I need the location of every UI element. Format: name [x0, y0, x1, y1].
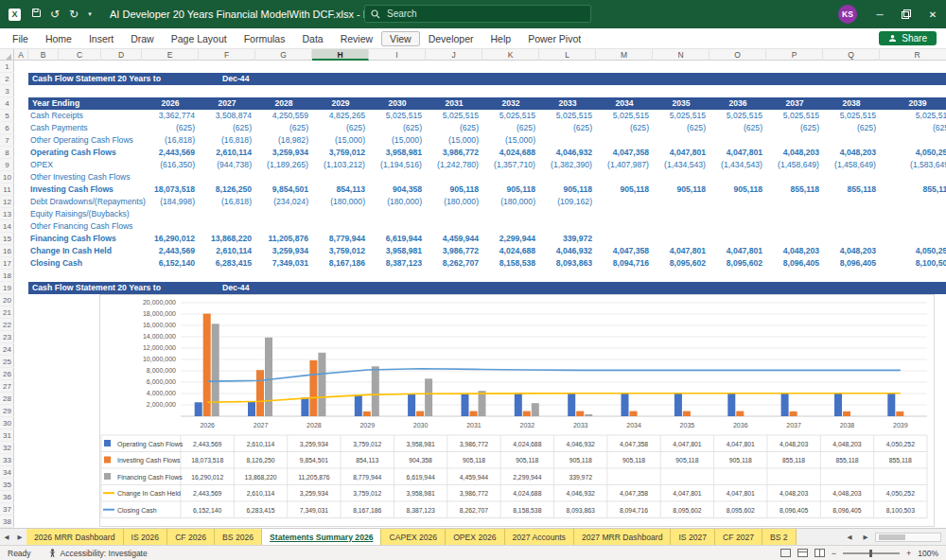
cell[interactable]: (16,818) — [199, 134, 255, 147]
cell[interactable]: 5,025,515 — [539, 110, 596, 122]
sheet-tab-is-2026[interactable]: IS 2026 — [124, 529, 168, 545]
ribbon-tab-power-pivot[interactable]: Power Pivot — [519, 31, 589, 46]
column-header-F[interactable]: F — [199, 49, 255, 61]
cell[interactable]: 3,958,981 — [369, 147, 426, 159]
row-header-31[interactable]: 31 — [0, 429, 14, 442]
cell[interactable]: 4,046,932 — [539, 245, 596, 257]
cell[interactable]: (625) — [312, 122, 369, 134]
sheet-tab-2027-mrr-dashboard[interactable]: 2027 MRR Dashboard — [574, 529, 672, 545]
row-header-10[interactable]: 10 — [0, 171, 14, 184]
column-header-N[interactable]: N — [653, 49, 710, 61]
cell[interactable]: 5,025,515 — [823, 110, 880, 122]
row-header-27[interactable]: 27 — [0, 380, 14, 393]
cell[interactable]: 855,118 — [766, 184, 823, 196]
zoom-level[interactable]: 100% — [918, 549, 938, 558]
row-label-cash-payments[interactable]: Cash Payments — [30, 122, 88, 134]
column-header-L[interactable]: L — [539, 49, 596, 61]
cell[interactable]: 4,024,688 — [482, 147, 539, 159]
cell[interactable]: 5,025,515 — [596, 110, 653, 122]
cell[interactable]: 2,443,569 — [142, 245, 199, 257]
row-header-20[interactable]: 20 — [0, 294, 14, 306]
cell[interactable]: 3,259,934 — [255, 147, 312, 159]
cash-flow-chart[interactable]: 2,000,0004,000,0006,000,0008,000,00010,0… — [99, 294, 935, 527]
cell[interactable]: (625) — [823, 122, 880, 134]
row-header-26[interactable]: 26 — [0, 368, 14, 380]
ribbon-tab-file[interactable]: File — [4, 31, 37, 46]
sheet-tab-2027-accounts[interactable]: 2027 Accounts — [505, 529, 574, 545]
row-header-5[interactable]: 5 — [0, 110, 14, 122]
sheet-tab-statements-summary-2026[interactable]: Statements Summary 2026 — [262, 529, 381, 545]
row-header-12[interactable]: 12 — [0, 196, 14, 208]
cell[interactable]: 2,299,944 — [482, 233, 539, 245]
row-label-closing-cash[interactable]: Closing Cash — [30, 257, 82, 270]
zoom-slider-thumb[interactable] — [869, 550, 872, 557]
cell[interactable]: 4,050,252 — [880, 147, 946, 159]
quick-access-caret-icon[interactable]: ▾ — [83, 10, 96, 18]
cell[interactable]: 8,387,123 — [369, 257, 426, 270]
cell[interactable]: 4,050,252 — [880, 245, 946, 257]
row-header-37[interactable]: 37 — [0, 503, 14, 516]
row-header-3[interactable]: 3 — [0, 85, 14, 97]
row-header-29[interactable]: 29 — [0, 405, 14, 417]
cell[interactable]: 3,759,012 — [312, 245, 369, 257]
select-all-corner[interactable] — [0, 49, 14, 61]
column-header-M[interactable]: M — [596, 49, 653, 61]
cell[interactable]: (616,350) — [142, 159, 199, 171]
cell[interactable]: 5,025,515 — [653, 110, 710, 122]
cell[interactable]: (180,000) — [369, 196, 426, 208]
row-header-16[interactable]: 16 — [0, 245, 14, 257]
tab-scroll-right-icon[interactable]: ▶ — [13, 529, 26, 545]
cell[interactable]: 2,443,569 — [142, 147, 199, 159]
column-header-O[interactable]: O — [710, 49, 766, 61]
cell[interactable]: (180,000) — [426, 196, 482, 208]
row-label-opex[interactable]: OPEX — [30, 159, 53, 171]
column-header-G[interactable]: G — [255, 49, 312, 61]
row-header-11[interactable]: 11 — [0, 184, 14, 196]
cell[interactable]: (184,998) — [142, 196, 199, 208]
cell[interactable]: (1,382,390) — [539, 159, 596, 171]
cell[interactable]: 5,025,515 — [426, 110, 482, 122]
cell[interactable]: 8,095,602 — [710, 257, 766, 270]
row-header-8[interactable]: 8 — [0, 147, 14, 159]
cell[interactable]: (1,434,543) — [653, 159, 710, 171]
cell[interactable]: 905,118 — [710, 184, 766, 196]
cell[interactable]: (1,434,543) — [710, 159, 766, 171]
column-header-H[interactable]: H — [312, 49, 369, 61]
row-header-14[interactable]: 14 — [0, 220, 14, 233]
ribbon-tab-formulas[interactable]: Formulas — [236, 31, 294, 46]
cell[interactable]: (15,000) — [426, 134, 482, 147]
cell[interactable]: 8,100,503 — [880, 257, 946, 270]
avatar[interactable]: KS — [838, 5, 857, 24]
cell[interactable]: (625) — [255, 122, 312, 134]
row-label-debt-drawdowns-repayments[interactable]: Debt Drawdowns/(Repayments) — [30, 196, 146, 208]
cell[interactable]: (1,458,649) — [823, 159, 880, 171]
cell[interactable]: 905,118 — [539, 184, 596, 196]
cell[interactable]: 855,118 — [823, 184, 880, 196]
cell[interactable]: 905,118 — [482, 184, 539, 196]
column-header-E[interactable]: E — [142, 49, 199, 61]
row-header-24[interactable]: 24 — [0, 343, 14, 356]
ribbon-tab-draw[interactable]: Draw — [122, 31, 163, 46]
ribbon-tab-insert[interactable]: Insert — [80, 31, 122, 46]
row-header-17[interactable]: 17 — [0, 257, 14, 270]
cell[interactable]: 3,986,772 — [426, 147, 482, 159]
row-label-other-financing-cash-flows[interactable]: Other Financing Cash Flows — [30, 220, 132, 233]
sheet-tab-bs-2[interactable]: BS 2 — [762, 529, 797, 545]
cell[interactable]: (625) — [710, 122, 766, 134]
column-header-P[interactable]: P — [766, 49, 823, 61]
cell[interactable]: 8,167,186 — [312, 257, 369, 270]
cell[interactable]: 2,610,114 — [199, 245, 255, 257]
row-header-38[interactable]: 38 — [0, 516, 14, 528]
cell[interactable]: 6,283,415 — [199, 257, 255, 270]
cell[interactable]: (625) — [880, 122, 946, 134]
cell[interactable]: 11,205,876 — [255, 233, 312, 245]
row-header-9[interactable]: 9 — [0, 159, 14, 171]
row-header-35[interactable]: 35 — [0, 479, 14, 491]
cell[interactable]: 8,096,405 — [823, 257, 880, 270]
cell[interactable]: 4,047,801 — [710, 245, 766, 257]
cell[interactable]: (1,194,516) — [369, 159, 426, 171]
row-header-25[interactable]: 25 — [0, 356, 14, 368]
undo-icon[interactable]: ↺ — [45, 8, 64, 21]
cell[interactable]: 8,779,944 — [312, 233, 369, 245]
cell[interactable]: 8,158,538 — [482, 257, 539, 270]
